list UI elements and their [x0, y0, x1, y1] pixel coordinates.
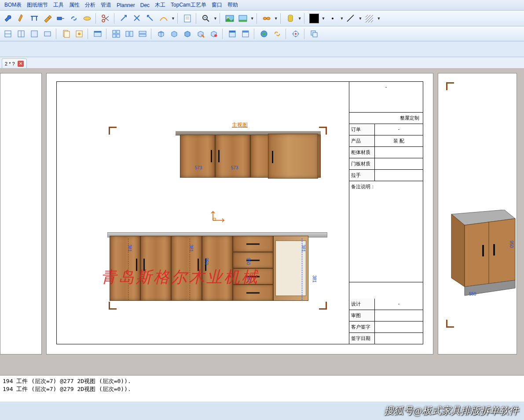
menu-help[interactable]: 帮助	[225, 1, 241, 9]
main-drawing-panel[interactable]: 主视图 573 573	[46, 73, 433, 354]
status-log: 194 工件 (层次=7) @277 2D视图 (层次=0)). 194 工件 …	[0, 375, 524, 402]
menu-bom[interactable]: BOM表	[2, 1, 24, 9]
tool-cube3-icon[interactable]	[181, 28, 194, 40]
tool-color-swatch[interactable]	[308, 12, 320, 25]
menu-tools[interactable]: 工具	[51, 1, 66, 9]
svg-rect-35	[242, 31, 249, 33]
menu-dec[interactable]: Dec	[138, 2, 152, 8]
tool-sheet-icon[interactable]	[181, 12, 194, 25]
menu-planner[interactable]: Planner	[114, 2, 137, 8]
tool-scissors-icon[interactable]	[99, 12, 112, 25]
tool-zoom-icon[interactable]	[200, 12, 212, 25]
tb-notes: 备注说明：	[349, 181, 423, 192]
tool-link-icon[interactable]	[68, 12, 80, 25]
crop-corner-icon	[446, 82, 454, 90]
menu-pipe[interactable]: 管道	[98, 1, 114, 9]
tool-box1-icon[interactable]	[2, 28, 14, 40]
menu-properties[interactable]: 属性	[66, 1, 82, 9]
svg-point-31	[214, 34, 217, 37]
svg-point-9	[263, 17, 267, 20]
menubar: BOM表 图纸细节 工具 属性 分析 管道 Planner Dec 木工 Top…	[0, 0, 524, 11]
drawing-sheet: 主视图 573 573	[56, 81, 423, 344]
tb-custsign-label: 客户签字	[349, 321, 375, 332]
tool-screw-icon[interactable]	[15, 12, 27, 25]
tb-doormat-label: 门板材质	[349, 158, 375, 169]
tb-handle-label: 拉手	[349, 170, 375, 181]
tb-order-label: 订单	[349, 124, 375, 135]
tool-win1-icon[interactable]	[92, 28, 104, 40]
tool-cube1-icon[interactable]	[155, 28, 167, 40]
tool-point-icon[interactable]	[326, 12, 339, 25]
tool-glasses-icon[interactable]	[260, 12, 273, 25]
tool-arrow-3-icon[interactable]	[144, 12, 157, 25]
tool-scene-2-icon[interactable]	[237, 12, 249, 25]
dimension: 573	[231, 165, 238, 170]
right-preview-panel[interactable]: 950 550	[438, 73, 517, 354]
tool-cubepick-icon[interactable]	[208, 28, 220, 40]
tool-cubebrush-icon[interactable]	[194, 28, 207, 40]
tb-cabmat-label: 柜体材质	[349, 147, 375, 158]
document-tab[interactable]: 2 * ? ✕	[2, 58, 27, 68]
left-preview-panel[interactable]	[0, 73, 42, 354]
toolbar-2	[0, 26, 524, 41]
svg-rect-27	[126, 31, 129, 37]
tool-cube2-icon[interactable]	[168, 28, 180, 40]
tool-stack-icon[interactable]	[308, 28, 320, 40]
upper-cabinet-tall	[268, 134, 318, 179]
dimension: 950	[204, 258, 209, 265]
tool-box4-icon[interactable]	[41, 28, 54, 40]
svg-rect-48	[493, 244, 495, 256]
menu-topcam[interactable]: TopCam工艺单	[168, 1, 209, 9]
tb-design-val: -	[375, 299, 423, 310]
tool-doc1-icon[interactable]	[60, 28, 72, 40]
tool-chain-icon[interactable]	[271, 28, 283, 40]
tool-hammer-icon[interactable]	[41, 12, 54, 25]
toolbar-spacer	[0, 41, 524, 57]
tb-custsign-val	[375, 321, 423, 332]
dimension: 950	[509, 241, 514, 248]
tool-caliper-icon[interactable]	[28, 12, 40, 25]
tb-handle-val	[375, 170, 423, 181]
menu-drawing-detail[interactable]: 图纸细节	[24, 1, 51, 9]
perspective-cabinet	[447, 210, 513, 293]
dimension: 550	[469, 292, 476, 296]
svg-point-38	[295, 33, 297, 35]
tool-target-icon[interactable]	[289, 28, 302, 40]
tool-arrow-1-icon[interactable]	[118, 12, 130, 25]
tool-grid3-icon[interactable]	[136, 28, 149, 40]
tb-dash: -	[349, 82, 423, 112]
tab-close-icon[interactable]: ✕	[18, 61, 24, 67]
tb-signdate-label: 签字日期	[349, 333, 375, 344]
svg-rect-16	[44, 32, 51, 36]
svg-rect-0	[57, 17, 62, 20]
tool-grid1-icon[interactable]	[110, 28, 122, 40]
tool-arrow-2-icon[interactable]	[131, 12, 143, 25]
tool-grid2-icon[interactable]	[123, 28, 136, 40]
menu-woodwork[interactable]: 木工	[152, 1, 168, 9]
tool-curve-icon[interactable]	[158, 12, 170, 25]
svg-rect-18	[64, 31, 70, 37]
tool-window1-icon[interactable]	[226, 28, 238, 40]
tool-wrench-icon[interactable]	[2, 12, 14, 25]
tb-custom: 整屋定制	[349, 113, 423, 124]
svg-rect-15	[31, 31, 37, 37]
tool-doc2-icon[interactable]	[73, 28, 85, 40]
tool-window2-icon[interactable]	[239, 28, 252, 40]
tool-line-icon[interactable]	[344, 12, 357, 25]
tool-drill-icon[interactable]	[55, 12, 67, 25]
menu-window[interactable]: 窗口	[209, 1, 225, 9]
tool-box2-icon[interactable]	[15, 28, 27, 40]
svg-point-10	[267, 17, 270, 20]
tool-box3-icon[interactable]	[28, 28, 40, 40]
svg-rect-30	[139, 34, 146, 37]
tool-cylinder-icon[interactable]	[284, 12, 297, 25]
menu-analysis[interactable]: 分析	[82, 1, 98, 9]
svg-rect-29	[139, 31, 146, 33]
tb-order-val: -	[375, 124, 423, 135]
tool-earth-icon[interactable]	[258, 28, 270, 40]
tb-cabmat-val	[375, 147, 423, 158]
tool-hatch-icon[interactable]	[363, 12, 375, 25]
tool-disc-icon[interactable]	[81, 12, 93, 25]
tool-scene-1-icon[interactable]	[224, 12, 236, 25]
tab-label: 2 * ?	[5, 61, 15, 66]
